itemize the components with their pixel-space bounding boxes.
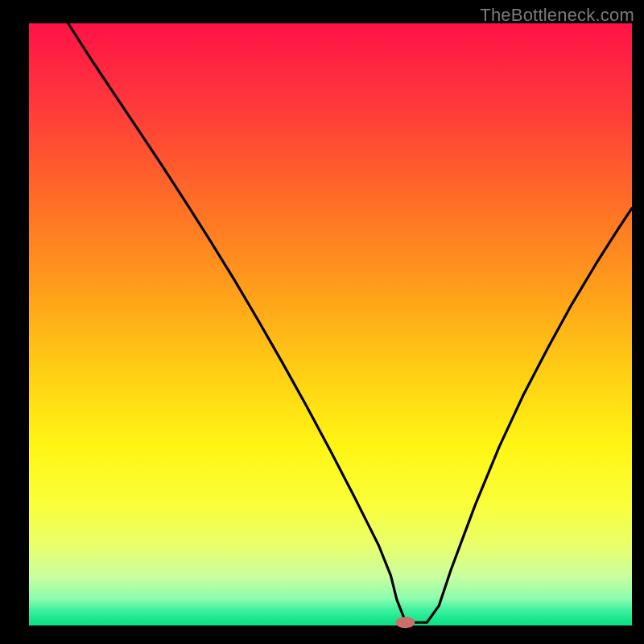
chart-stage: TheBottleneck.com <box>0 0 644 644</box>
watermark-text: TheBottleneck.com <box>480 5 634 26</box>
bottleneck-chart <box>0 0 644 644</box>
optimal-point-marker <box>395 617 415 628</box>
gradient-background <box>29 23 632 625</box>
